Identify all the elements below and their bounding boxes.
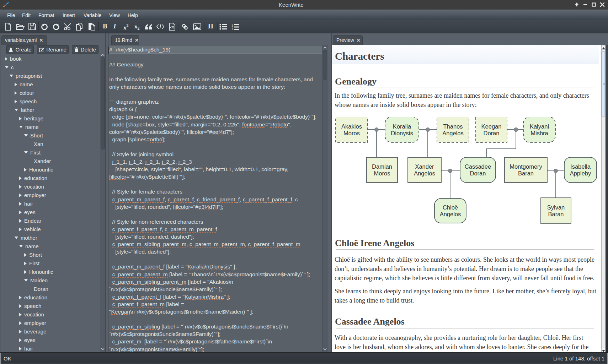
- svg-text:Dionysis: Dionysis: [391, 130, 413, 136]
- svg-text:Thanos: Thanos: [443, 123, 463, 130]
- svg-text:Xander: Xander: [415, 163, 434, 170]
- svg-text:Chloë: Chloë: [443, 204, 458, 211]
- svg-text:Doran: Doran: [484, 130, 500, 136]
- svg-text:Baran: Baran: [518, 170, 534, 176]
- svg-text:Damian: Damian: [372, 163, 392, 170]
- svg-text:Angelos: Angelos: [442, 130, 464, 136]
- svg-text:Appleby: Appleby: [570, 170, 591, 176]
- svg-text:Angelos: Angelos: [414, 170, 435, 176]
- svg-text:Montgomery: Montgomery: [510, 163, 542, 170]
- svg-text:3: 3: [232, 28, 233, 30]
- svg-text:Koralia: Koralia: [393, 123, 411, 130]
- svg-text:Mishra: Mishra: [530, 130, 548, 136]
- svg-text:Kalyani: Kalyani: [530, 123, 549, 130]
- svg-text:Moros: Moros: [343, 130, 360, 136]
- svg-text:Keegan: Keegan: [481, 123, 502, 130]
- svg-text:Cassadee: Cassadee: [465, 163, 491, 170]
- svg-text:Doran: Doran: [470, 170, 486, 176]
- svg-text:Angelos: Angelos: [440, 211, 461, 217]
- svg-text:Sylvan: Sylvan: [547, 204, 565, 211]
- svg-text:Moros: Moros: [374, 170, 390, 176]
- svg-text:Isabella: Isabella: [570, 163, 591, 170]
- svg-text:Baran: Baran: [548, 211, 564, 217]
- svg-text:Akakios: Akakios: [341, 123, 362, 130]
